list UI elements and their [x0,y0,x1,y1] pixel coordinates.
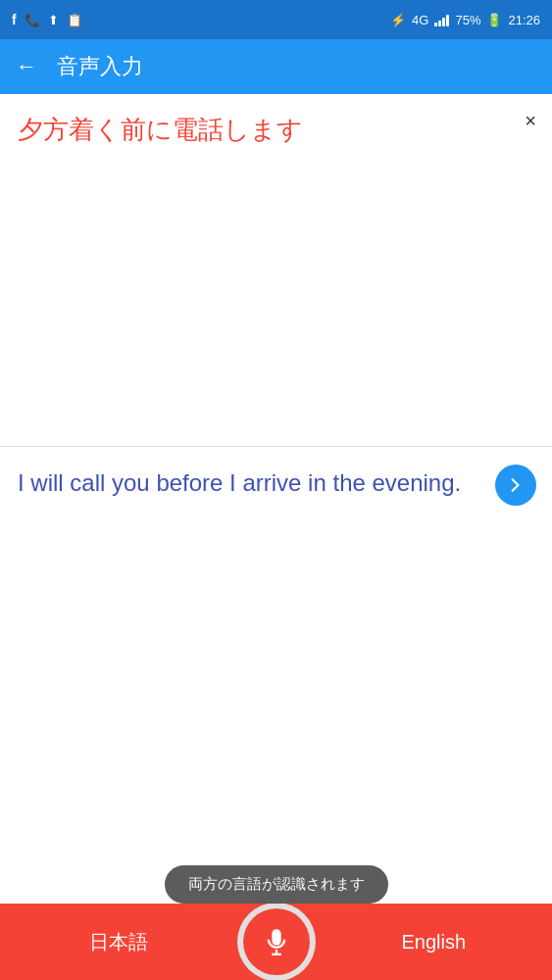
hint-toast: 両方の言語が認識されます [165,865,388,904]
mic-button[interactable] [243,908,310,975]
bottom-bar: 日本語 English [0,904,552,980]
top-bar: ← 音声入力 [0,39,552,94]
arrow-right-icon [506,475,526,495]
battery-percent: 75% [455,13,480,27]
translation-text: I will call you before I arrive in the e… [18,466,534,501]
clipboard-icon: 📋 [67,13,82,27]
english-language-button[interactable]: English [316,904,553,980]
status-bar: f 📞 ⬆ 📋 ⚡ 4G 75% 🔋 21:26 [0,0,552,39]
source-panel: 夕方着く前に電話します × [0,94,552,447]
facebook-icon: f [12,12,17,27]
network-label: 4G [412,13,428,27]
back-button[interactable]: ← [16,54,37,79]
mic-container [237,903,316,980]
page-title: 音声入力 [57,52,143,81]
expand-button[interactable] [495,465,536,506]
time: 21:26 [508,13,540,27]
phone-icon: 📞 [25,13,40,27]
signal-bars [434,13,449,26]
source-text: 夕方着く前に電話します [18,112,534,147]
clear-button[interactable]: × [525,110,536,132]
status-bar-left: f 📞 ⬆ 📋 [12,12,82,27]
microphone-icon [263,928,290,956]
battery-icon: 🔋 [486,13,502,27]
upload-icon: ⬆ [48,13,59,27]
status-bar-right: ⚡ 4G 75% 🔋 21:26 [390,13,540,27]
translation-panel: I will call you before I arrive in the e… [0,447,552,702]
japanese-language-button[interactable]: 日本語 [0,904,237,980]
bluetooth-icon: ⚡ [390,13,406,27]
